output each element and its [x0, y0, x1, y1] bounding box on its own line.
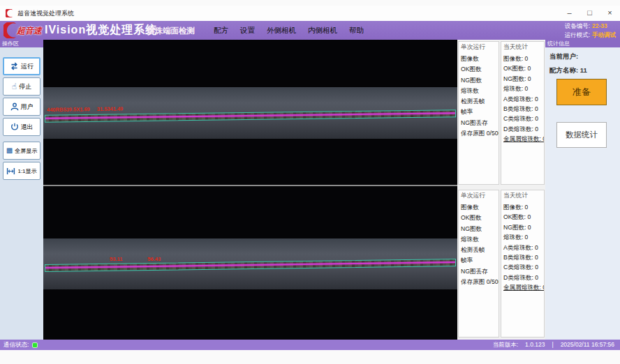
maximize-button[interactable]: □	[580, 6, 600, 21]
fullscreen-grid-icon: ▩	[6, 146, 13, 155]
menu-outer-camera[interactable]: 外侧相机	[267, 26, 296, 36]
camera-view-inner[interactable]: 53.11 56.43	[43, 186, 457, 340]
camera-image-area: 440RB539.5X1.69 31.5341.49 53.11 56.43	[43, 40, 457, 340]
current-user-line: 当前用户:	[545, 52, 620, 61]
stat-row: B类熔珠数: 0	[501, 252, 544, 262]
stat-row: D类熔珠数: 0	[501, 124, 544, 134]
user-button[interactable]: 用户	[3, 98, 40, 116]
stat-row: C类熔珠数: 0	[501, 262, 544, 272]
minimize-button[interactable]: –	[559, 6, 580, 21]
exit-button-label: 退出	[21, 123, 34, 132]
version-value: 1.0.123	[525, 340, 545, 350]
device-number-value: 22-33	[592, 22, 607, 29]
stat-row: 熔珠数: 0	[501, 232, 544, 242]
one-to-one-icon	[6, 167, 15, 175]
data-statistics-button[interactable]: 数据统计	[556, 122, 607, 148]
recipe-name-line: 配方名称: 11	[545, 66, 620, 75]
comm-status-label: 通信状态:	[3, 340, 29, 350]
single-run-group: 单次运行 图像数 OK图数 NG图数 熔珠数 检测丢帧 帧率 NG图丢存 保存原…	[458, 190, 499, 338]
user-icon	[10, 103, 19, 111]
status-bar: 通信状态: 当前版本: 1.0.123 | 2025/02/11 16:57:5…	[0, 340, 620, 350]
one-to-one-button[interactable]: 1:1显示	[3, 162, 40, 180]
datetime: 2025/02/11 16:57:56	[561, 340, 614, 350]
stat-row: 帧率	[459, 107, 499, 117]
app-window: 超音速视觉处理系统 – □ × 超音速 IVision视觉处理系统 熔珠端面检测…	[0, 0, 620, 364]
annotation-text: 53.11	[110, 256, 122, 262]
run-button-label: 运行	[21, 62, 34, 71]
today-stats-group: 当天统计 图像数: 0 OK图数: 0 NG图数: 0 熔珠数: 0 A类熔珠数…	[501, 41, 545, 185]
annotation-text: 31.5341.49	[97, 106, 124, 112]
app-title: IVision视觉处理系统	[45, 23, 157, 38]
stat-row: 金属屑熔珠数: 0	[501, 282, 544, 292]
recipe-name-label: 配方名称:	[549, 66, 578, 74]
stat-row: NG图数	[459, 75, 499, 86]
measurement-annotations: 53.11 56.43	[110, 256, 161, 262]
stat-row: 图像数: 0	[501, 54, 544, 63]
statistics-area: 单次运行 图像数 OK图数 NG图数 熔珠数 检测丢帧 帧率 NG图丢存 保存原…	[457, 40, 545, 340]
stat-row: NG图丢存	[459, 118, 499, 128]
menu-inner-camera[interactable]: 内侧相机	[308, 26, 337, 36]
info-panel-caption: 统计信息	[545, 40, 620, 47]
menu-recipe[interactable]: 配方	[214, 26, 228, 36]
stat-row: 金属屑熔珠数: 0	[501, 134, 544, 144]
fullscreen-button-label: 全屏显示	[15, 147, 37, 155]
stat-row: NG图数: 0	[501, 74, 544, 84]
annotation-text: 56.43	[147, 256, 161, 262]
separator: |	[552, 340, 553, 350]
fullscreen-button[interactable]: ▩ 全屏显示	[3, 142, 40, 160]
prepare-button[interactable]: 准备	[556, 79, 607, 105]
stat-row: OK图数	[459, 213, 499, 223]
window-controls: – □ ×	[559, 6, 620, 21]
single-run-group: 单次运行 图像数 OK图数 NG图数 熔珠数 检测丢帧 帧率 NG图丢存 保存原…	[458, 41, 499, 185]
stat-row: 检测丢帧	[459, 96, 499, 107]
current-user-label: 当前用户:	[549, 52, 578, 60]
today-stats-group: 当天统计 图像数: 0 OK图数: 0 NG图数: 0 熔珠数: 0 A类熔珠数…	[501, 190, 545, 338]
single-run-caption: 单次运行	[459, 190, 499, 202]
stat-row: OK图数	[459, 64, 499, 75]
stat-row: 图像数	[459, 202, 499, 213]
today-stats-caption: 当天统计	[501, 42, 544, 54]
app-logo-icon	[6, 9, 14, 17]
stat-row: NG图数: 0	[501, 222, 544, 232]
menu-help[interactable]: 帮助	[349, 26, 364, 36]
menu-settings[interactable]: 设置	[240, 26, 255, 36]
title-bar: 超音速视觉处理系统 – □ ×	[0, 6, 620, 21]
device-number-label: 设备编号:	[565, 22, 590, 29]
app-header: 超音速 IVision视觉处理系统 熔珠端面检测 配方 设置 外侧相机 内侧相机…	[0, 21, 620, 40]
main-area: 操作区 运行 ☝ 停止 用户 退出	[0, 40, 620, 340]
statistics-info-panel: 统计信息 当前用户: 配方名称: 11 准备 数据统计	[545, 40, 620, 340]
window-title: 超音速视觉处理系统	[17, 6, 74, 21]
stop-button[interactable]: ☝ 停止	[3, 77, 40, 96]
run-cycle-icon	[10, 62, 19, 70]
stat-row: A类熔珠数: 0	[501, 94, 544, 104]
stat-row: B类熔珠数: 0	[501, 104, 544, 114]
stats-panel-bottom: 单次运行 图像数 OK图数 NG图数 熔珠数 检测丢帧 帧率 NG图丢存 保存原…	[457, 190, 545, 338]
stop-button-label: 停止	[19, 82, 31, 91]
run-button[interactable]: 运行	[3, 57, 40, 75]
run-mode-label: 运行模式:	[565, 31, 590, 38]
stat-row: C类熔珠数: 0	[501, 114, 544, 123]
stat-row: 帧率	[459, 255, 499, 266]
user-button-label: 用户	[21, 103, 34, 112]
menu-bar: 配方 设置 外侧相机 内侧相机 帮助	[214, 21, 364, 40]
one-to-one-button-label: 1:1显示	[17, 167, 36, 175]
stat-row: A类熔珠数: 0	[501, 243, 544, 252]
device-info: 设备编号:22-33 运行模式:手动调试	[565, 22, 616, 39]
stats-panel-top: 单次运行 图像数 OK图数 NG图数 熔珠数 检测丢帧 帧率 NG图丢存 保存原…	[457, 41, 545, 185]
sidebar-caption: 操作区	[0, 40, 43, 47]
operation-sidebar: 操作区 运行 ☝ 停止 用户 退出	[0, 40, 43, 340]
measurement-annotations: 440RB539.5X1.69 31.5341.49	[47, 106, 123, 113]
version-info: 当前版本: 1.0.123 | 2025/02/11 16:57:56	[493, 340, 614, 350]
stat-row: OK图数: 0	[501, 63, 544, 73]
camera-view-outer[interactable]: 440RB539.5X1.69 31.5341.49	[43, 40, 457, 185]
stat-row: NG图数	[459, 224, 499, 234]
stat-row: 熔珠数	[459, 234, 499, 245]
stat-row: 检测丢帧	[459, 245, 499, 255]
stat-row: OK图数: 0	[501, 212, 544, 222]
run-mode-value: 手动调试	[592, 31, 616, 38]
stat-row: 熔珠数: 0	[501, 84, 544, 93]
close-button[interactable]: ×	[600, 6, 620, 21]
brand-logo-text: 超音速	[17, 25, 42, 37]
exit-button[interactable]: 退出	[3, 118, 40, 136]
comm-status: 通信状态:	[3, 340, 38, 350]
